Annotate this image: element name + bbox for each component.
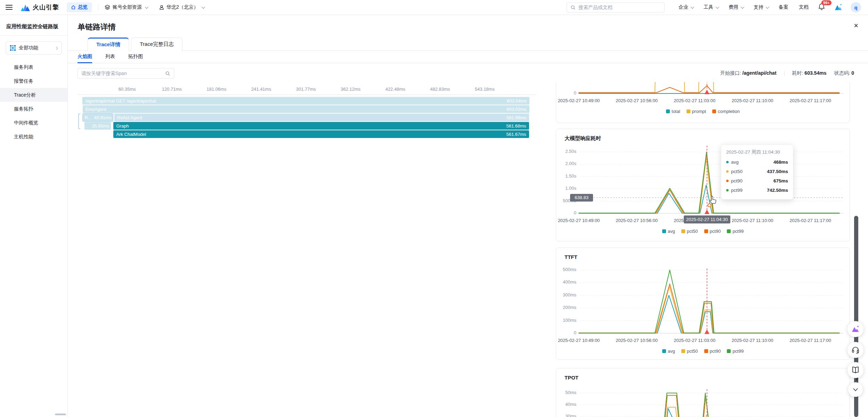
flame-span[interactable]: ReAct Agent561.66ms: [114, 114, 529, 121]
flame-graph: 60.35ms120.71ms181.06ms241.41ms301.77ms3…: [78, 87, 540, 146]
hamburger-menu-icon[interactable]: [6, 5, 13, 10]
sidebar-item[interactable]: 报警任务: [0, 74, 67, 88]
horizontal-scrollbar[interactable]: [55, 414, 66, 415]
close-icon[interactable]: ×: [854, 22, 858, 30]
region-label: 华北2（北京）: [167, 4, 198, 10]
flame-span[interactable]: EinoAgent603.03ms: [83, 105, 529, 113]
all-features-button[interactable]: 全部功能: [6, 41, 62, 55]
legend-item[interactable]: pct90: [704, 349, 721, 354]
account-scope-label: 账号全部资源: [113, 4, 142, 10]
mouse-cursor: [709, 196, 717, 206]
flame-span[interactable]: …35.85ms: [84, 122, 111, 130]
metric-charts-column: 02025-02-27 10:49:002025-02-27 10:56:002…: [556, 82, 851, 417]
ai-assistant-fab[interactable]: [847, 321, 863, 337]
view-switch-tabs: 火焰图列表拓扑图: [68, 51, 868, 63]
x-axis-tick: 2025-02-27 10:49:00: [556, 98, 607, 103]
legend-swatch: [687, 109, 690, 113]
docs-fab[interactable]: [847, 362, 863, 378]
subtab[interactable]: 火焰图: [78, 51, 92, 63]
x-axis-tick: 2025-02-27 10:56:00: [609, 218, 665, 223]
sidebar-item[interactable]: 服务列表: [0, 60, 67, 74]
nav-menu-item[interactable]: 工具: [704, 4, 718, 10]
tooltip-row: pct99742.50ms: [726, 186, 788, 195]
legend-swatch: [681, 229, 685, 233]
legend-item[interactable]: avg: [662, 349, 675, 354]
tooltip-row: avg468ms: [726, 157, 788, 167]
chart-card: 02025-02-27 10:49:002025-02-27 10:56:002…: [556, 82, 850, 123]
legend-item[interactable]: pct99: [727, 349, 744, 354]
flame-row: R…40.91msReAct Agent561.66ms: [78, 114, 540, 121]
notification-bell[interactable]: 99+: [818, 3, 825, 11]
legend-swatch: [712, 109, 716, 113]
span-search[interactable]: [78, 68, 174, 79]
region-select[interactable]: 华北2（北京）: [159, 4, 204, 10]
nav-menu-item[interactable]: 企业: [679, 4, 693, 10]
notification-badge: 99+: [821, 0, 832, 5]
chevron-down-icon: [145, 5, 148, 9]
subtab[interactable]: 拓扑图: [128, 51, 143, 63]
span-search-input[interactable]: [81, 71, 162, 76]
headset-icon: [852, 346, 859, 354]
flame-span[interactable]: Ark ChatModel561.67ms: [113, 130, 529, 138]
legend-swatch: [666, 109, 670, 113]
subtab[interactable]: 列表: [105, 51, 115, 63]
nav-menu: 企业工具费用支持备案文档: [679, 4, 809, 10]
legend-item[interactable]: pct50: [681, 349, 698, 354]
tooltip-row: pct50437.50ms: [726, 167, 788, 176]
global-search[interactable]: [567, 2, 665, 13]
nav-menu-item[interactable]: 支持: [754, 4, 768, 10]
support-fab[interactable]: [847, 342, 863, 358]
flame-span[interactable]: Graph561.68ms: [113, 122, 529, 130]
chart-legend: avgpct50pct90pct99: [556, 349, 850, 354]
collapse-fab[interactable]: [848, 382, 863, 397]
tab[interactable]: Trace完整日志: [131, 38, 182, 51]
sidebar-item[interactable]: 中间件概览: [0, 116, 67, 130]
legend-item[interactable]: prompt: [687, 109, 706, 114]
chart-legend: totalpromptcompletion: [556, 109, 850, 114]
nav-menu-item[interactable]: 费用: [729, 4, 743, 10]
x-axis-tick: 2025-02-27 10:49:00: [556, 218, 607, 223]
series-dot: [726, 180, 729, 182]
y-axis-tick: 40ms: [556, 402, 576, 407]
page-title: 单链路详情: [78, 22, 116, 32]
avatar[interactable]: q: [851, 2, 861, 13]
legend-item[interactable]: completion: [712, 109, 740, 114]
nav-menu-item[interactable]: 文档: [799, 4, 809, 10]
tooltip-title: 2025-02-27 周四 11:04:30: [726, 149, 788, 155]
y-axis-tick: 1.00s: [556, 186, 576, 191]
series-dot: [726, 161, 729, 163]
legend-item[interactable]: avg: [662, 229, 675, 234]
legend-item[interactable]: pct99: [727, 229, 744, 234]
legend-swatch: [681, 349, 685, 353]
volcengine-logo[interactable]: 火山引擎: [20, 3, 59, 12]
chevron-down-icon: [202, 5, 205, 9]
sidebar-item[interactable]: 主机性能: [0, 130, 67, 144]
nav-menu-item[interactable]: 备案: [779, 4, 788, 10]
global-search-input[interactable]: [578, 5, 661, 10]
flame-span[interactable]: /agent/api/chat GET /agent/api/chat603.5…: [82, 97, 529, 105]
legend-item[interactable]: total: [666, 109, 680, 114]
legend-item[interactable]: pct90: [704, 229, 721, 234]
nav-tab-overview[interactable]: 总览: [67, 2, 92, 12]
flame-span[interactable]: R…40.91ms: [83, 114, 113, 121]
ai-assistant-icon[interactable]: [834, 3, 843, 11]
legend-swatch: [704, 349, 708, 353]
trace-info-item: 状态码: 0: [834, 70, 854, 76]
search-icon: [570, 5, 576, 10]
tab[interactable]: Trace详情: [88, 38, 129, 51]
sidebar-title: 应用性能监控全链路版: [0, 15, 67, 36]
y-axis-tick: 0: [556, 210, 576, 215]
info-divider: [784, 71, 785, 76]
x-axis-tick: 2025-02-27 10:56:00: [609, 98, 665, 103]
flame-axis-tick: 120.71ms: [156, 87, 187, 92]
sidebar-item[interactable]: Trace分析: [0, 88, 67, 102]
chart-legend: avgpct50pct90pct99: [556, 229, 850, 234]
sidebar-item[interactable]: 服务拓扑: [0, 102, 67, 116]
y-axis-tick: 500ms: [556, 267, 576, 272]
legend-item[interactable]: pct50: [681, 229, 698, 234]
account-scope-select[interactable]: 账号全部资源: [105, 4, 147, 10]
flame-axis-tick: 60.35ms: [112, 87, 143, 92]
x-axis-tick: 2025-02-27 11:17:00: [782, 338, 838, 343]
chevron-down-icon: [741, 5, 744, 9]
flame-row: …35.85msGraph561.68ms: [78, 122, 540, 130]
